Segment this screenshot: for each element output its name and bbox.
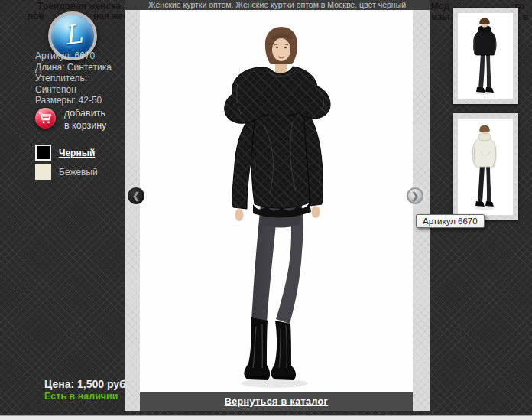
right-product-title-line2-start[interactable]: изы [432, 11, 450, 22]
left-product-title-line1[interactable]: Трендовая женска [37, 1, 121, 11]
beige-swatch-label[interactable]: Бежевый [59, 167, 98, 177]
chevron-left-icon: ❮ [132, 190, 140, 201]
left-product-title-line2-start[interactable]: пов [28, 11, 44, 21]
product-insulation-label: Утеплитель: [35, 73, 112, 84]
right-product-title-line2-end[interactable]: в [523, 11, 528, 22]
artikul-tooltip: Артикул 6670 [416, 214, 485, 228]
left-product-title-line2-end[interactable]: ная жен [93, 11, 129, 21]
lightbox-title: Женские куртки оптом. Женские куртки опт… [125, 0, 430, 10]
cart-icon[interactable] [35, 108, 56, 129]
product-length: Длина: Синтетика [35, 62, 112, 73]
add-to-cart-label[interactable]: добавить в корзину [64, 108, 106, 132]
beige-swatch-icon[interactable] [35, 164, 51, 180]
availability-status: Есть в наличии [44, 391, 118, 402]
lightbox-body: Вернуться в каталог [125, 10, 430, 411]
thumbnail-black-jacket[interactable] [453, 8, 518, 104]
lightbox-frame-left [125, 10, 140, 411]
black-swatch-icon[interactable] [35, 145, 51, 161]
color-option-beige[interactable]: Бежевый [35, 164, 98, 180]
thumbnail-beige-jacket-photo[interactable] [458, 119, 513, 215]
next-image-button[interactable]: ❯ [407, 187, 423, 204]
product-price: Цена: 1,500 руб. [44, 378, 129, 390]
page-bottom-strip [0, 415, 532, 420]
thumbnail-black-jacket-photo[interactable] [458, 13, 513, 99]
main-product-image[interactable] [140, 10, 413, 392]
lightbox-bottom-bar: Вернуться в каталог [140, 392, 413, 411]
product-sizes: Размеры: 42-50 [35, 95, 112, 106]
add-to-cart-button[interactable]: добавить в корзину [35, 108, 106, 132]
black-swatch-label[interactable]: Черный [59, 148, 95, 158]
thumbnail-beige-jacket[interactable] [453, 113, 518, 220]
catalog-page: Трендовая женска пов ная жен . Мод то из… [0, 0, 532, 420]
lightbox-center: Вернуться в каталог [140, 10, 413, 411]
back-to-catalog-link[interactable]: Вернуться в каталог [225, 396, 328, 407]
chevron-right-icon: ❯ [411, 190, 419, 201]
color-option-black[interactable]: Черный [35, 145, 95, 161]
product-insulation-value: Синтепон [35, 84, 112, 96]
product-artikul: Артикул: 6670 [35, 50, 112, 62]
lightbox-modal: Женские куртки оптом. Женские куртки опт… [125, 0, 430, 411]
product-attributes: Артикул: 6670 Длина: Синтетика Утеплител… [35, 50, 112, 106]
prev-image-button[interactable]: ❮ [128, 187, 144, 204]
lightbox-frame-right [413, 10, 430, 411]
